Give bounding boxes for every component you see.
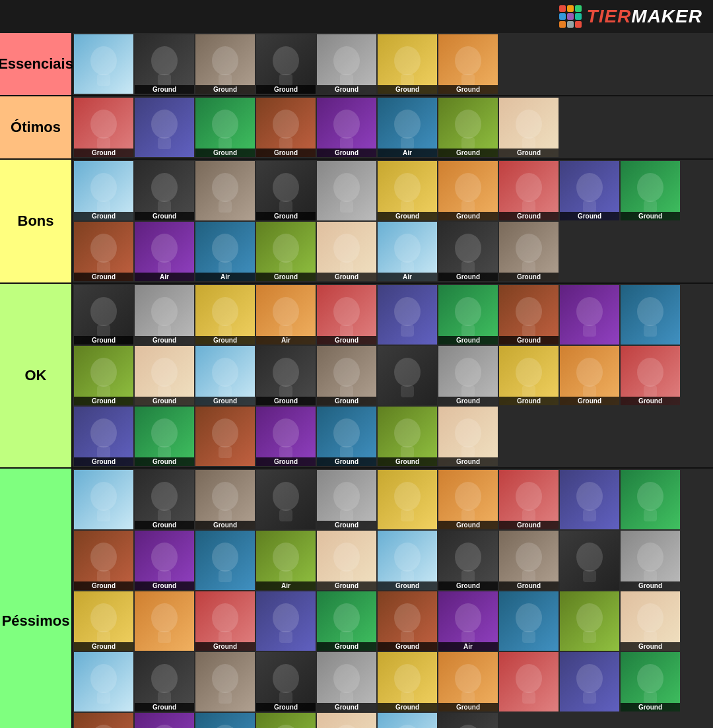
char-card[interactable]: Ground bbox=[499, 531, 559, 590]
char-card[interactable]: Ground bbox=[499, 285, 559, 345]
char-card[interactable]: Ground bbox=[135, 285, 194, 345]
char-card[interactable]: Ground bbox=[317, 591, 376, 651]
char-card[interactable]: Ground bbox=[317, 346, 376, 405]
char-card[interactable]: Ground bbox=[317, 98, 376, 157]
char-card[interactable]: Ground bbox=[378, 407, 437, 466]
char-card[interactable]: Ground bbox=[438, 98, 498, 157]
char-card[interactable]: Ground bbox=[621, 346, 680, 405]
char-card[interactable]: Ground bbox=[317, 470, 376, 529]
char-card[interactable]: Ground bbox=[378, 34, 437, 94]
char-card[interactable]: Air bbox=[378, 222, 437, 281]
char-card[interactable]: Ground bbox=[256, 161, 316, 220]
char-card[interactable]: Ground bbox=[74, 531, 133, 590]
char-card[interactable] bbox=[256, 470, 316, 529]
char-card[interactable] bbox=[256, 591, 316, 651]
char-card[interactable]: Ground bbox=[438, 161, 498, 220]
char-card[interactable]: Ground bbox=[560, 161, 619, 220]
char-card[interactable] bbox=[560, 531, 619, 590]
char-card[interactable]: Ground bbox=[195, 98, 255, 157]
char-card[interactable] bbox=[560, 591, 619, 651]
char-card[interactable]: Ground bbox=[621, 531, 680, 590]
char-card[interactable]: Ground bbox=[317, 652, 376, 711]
char-card[interactable] bbox=[195, 161, 255, 220]
char-card[interactable]: Ground bbox=[621, 161, 680, 220]
char-card[interactable]: Ground bbox=[135, 470, 194, 529]
char-card[interactable]: Ground bbox=[499, 222, 559, 281]
char-card[interactable]: Ground bbox=[438, 34, 498, 94]
char-card[interactable]: Air bbox=[195, 222, 255, 281]
char-card[interactable]: Ground bbox=[317, 531, 376, 590]
char-card[interactable] bbox=[560, 652, 619, 711]
char-card[interactable]: Ground bbox=[74, 98, 133, 157]
char-card[interactable] bbox=[74, 470, 133, 529]
char-card[interactable]: Ground bbox=[135, 652, 194, 711]
char-card[interactable]: Ground bbox=[499, 98, 559, 157]
char-card[interactable]: Ground bbox=[378, 161, 437, 220]
char-card[interactable]: Ground bbox=[438, 346, 498, 405]
char-card[interactable]: Ground bbox=[438, 713, 498, 728]
char-card[interactable] bbox=[135, 591, 194, 651]
char-card[interactable]: Ground bbox=[317, 285, 376, 345]
char-card[interactable]: Ground bbox=[560, 346, 619, 405]
char-card[interactable]: Ground bbox=[74, 346, 133, 405]
char-card[interactable]: Ground bbox=[499, 161, 559, 220]
char-card[interactable]: Ground bbox=[74, 285, 133, 345]
char-card[interactable] bbox=[317, 713, 376, 728]
char-card[interactable]: Ground bbox=[499, 470, 559, 529]
char-card[interactable] bbox=[195, 713, 255, 728]
char-card[interactable]: Ground bbox=[256, 222, 316, 281]
char-card[interactable]: Ground bbox=[135, 713, 194, 728]
char-card[interactable]: Ground bbox=[438, 531, 498, 590]
char-card[interactable]: Ground bbox=[499, 346, 559, 405]
char-card[interactable]: Air bbox=[256, 531, 316, 590]
char-card[interactable] bbox=[378, 470, 437, 529]
char-card[interactable]: Ground bbox=[74, 161, 133, 220]
char-card[interactable] bbox=[135, 98, 194, 157]
char-card[interactable]: Ground bbox=[378, 531, 437, 590]
char-card[interactable]: Ground bbox=[438, 652, 498, 711]
char-card[interactable]: Ground bbox=[256, 98, 316, 157]
char-card[interactable] bbox=[499, 591, 559, 651]
char-card[interactable] bbox=[378, 285, 437, 345]
char-card[interactable]: Ground bbox=[378, 591, 437, 651]
char-card[interactable]: Ground bbox=[195, 34, 255, 94]
char-card[interactable]: Ground bbox=[317, 222, 376, 281]
char-card[interactable]: Air bbox=[135, 222, 194, 281]
char-card[interactable]: Air bbox=[438, 591, 498, 651]
char-card[interactable]: Ground bbox=[74, 591, 133, 651]
char-card[interactable] bbox=[195, 407, 255, 466]
char-card[interactable]: Ground bbox=[195, 285, 255, 345]
char-card[interactable] bbox=[74, 652, 133, 711]
char-card[interactable]: Ground bbox=[621, 591, 680, 651]
char-card[interactable] bbox=[195, 652, 255, 711]
char-card[interactable]: Ground bbox=[317, 34, 376, 94]
char-card[interactable]: Ground bbox=[317, 407, 376, 466]
char-card[interactable] bbox=[621, 285, 680, 345]
char-card[interactable] bbox=[560, 470, 619, 529]
char-card[interactable] bbox=[317, 161, 376, 220]
char-card[interactable]: Ground bbox=[135, 407, 194, 466]
char-card[interactable]: Ground bbox=[621, 652, 680, 711]
char-card[interactable]: Ground bbox=[256, 407, 316, 466]
char-card[interactable]: Ground bbox=[256, 346, 316, 405]
char-card[interactable]: Ground bbox=[256, 713, 316, 728]
char-card[interactable] bbox=[499, 652, 559, 711]
char-card[interactable]: Ground bbox=[74, 407, 133, 466]
char-card[interactable]: Ground bbox=[74, 222, 133, 281]
char-card[interactable]: Air bbox=[256, 285, 316, 345]
char-card[interactable]: Ground bbox=[256, 652, 316, 711]
char-card[interactable]: Ground bbox=[195, 470, 255, 529]
char-card[interactable] bbox=[74, 34, 133, 94]
char-card[interactable]: Ground bbox=[135, 34, 194, 94]
char-card[interactable] bbox=[378, 346, 437, 405]
char-card[interactable]: Ground bbox=[135, 346, 194, 405]
char-card[interactable] bbox=[378, 713, 437, 728]
char-card[interactable]: Ground bbox=[438, 470, 498, 529]
char-card[interactable]: Ground bbox=[195, 346, 255, 405]
char-card[interactable]: Air bbox=[378, 98, 437, 157]
char-card[interactable]: Ground bbox=[438, 285, 498, 345]
char-card[interactable]: Ground bbox=[135, 531, 194, 590]
char-card[interactable]: Ground bbox=[135, 161, 194, 220]
char-card[interactable]: Ground bbox=[256, 34, 316, 94]
char-card[interactable]: Ground bbox=[438, 222, 498, 281]
